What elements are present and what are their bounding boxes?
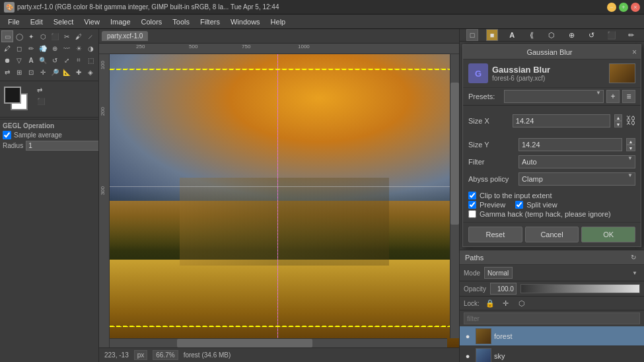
scrollbar-v[interactable] <box>450 54 459 338</box>
rtool-btn-2[interactable]: ■ <box>486 29 498 41</box>
tool-fuzzy-select[interactable]: ⬡ <box>37 30 49 42</box>
tool-rect-select[interactable]: ▭ <box>1 30 13 42</box>
zoom-display[interactable]: 66.7% <box>153 350 178 360</box>
menu-image[interactable]: Image <box>105 17 136 27</box>
tool-rotate[interactable]: ↺ <box>49 54 61 66</box>
radius-input[interactable] <box>26 141 99 151</box>
reset-colors-btn[interactable]: ⬛ <box>37 98 45 105</box>
canvas-image-area[interactable] <box>110 54 459 347</box>
blur-cancel-button[interactable]: Cancel <box>525 227 579 242</box>
canvas-tab-party[interactable]: party.xcf-1.0 <box>102 31 148 41</box>
layer-item-forest[interactable]: ● forest <box>460 326 644 346</box>
blur-reset-button[interactable]: Reset <box>468 227 522 242</box>
sizex-up[interactable]: ▲ <box>614 114 622 121</box>
blur-abyss-select[interactable]: Clamp <box>519 172 635 186</box>
tool-foreground[interactable]: 🖌 <box>73 30 85 42</box>
lock-alpha-btn[interactable]: ⬡ <box>517 298 527 308</box>
rtool-btn-4[interactable]: ⟪ <box>526 29 538 41</box>
menu-filters[interactable]: Filters <box>195 17 225 27</box>
tool-align[interactable]: ⊞ <box>13 66 25 78</box>
tool-move[interactable]: ✛ <box>37 66 49 78</box>
tool-burn[interactable]: ◑ <box>85 42 96 54</box>
layer-eye-forest[interactable]: ● <box>462 331 473 342</box>
rtool-btn-text[interactable]: A <box>506 29 518 41</box>
tool-crop[interactable]: ⊡ <box>25 66 37 78</box>
blur-sizey-spin[interactable]: ▲ ▼ <box>626 138 635 151</box>
sizex-down[interactable]: ▼ <box>614 121 622 127</box>
menu-windows[interactable]: Windows <box>225 17 266 27</box>
blur-gamma-checkbox[interactable] <box>468 210 476 218</box>
tool-scissors[interactable]: ✂ <box>61 30 73 42</box>
rtool-btn-1[interactable]: □ <box>466 29 478 41</box>
tool-zoom-tb[interactable]: 🔎 <box>49 66 61 78</box>
tool-text[interactable]: A <box>25 54 37 66</box>
tool-eraser[interactable]: ◻ <box>13 42 25 54</box>
tool-measure[interactable]: 📐 <box>61 66 73 78</box>
rtool-btn-9[interactable]: ✏ <box>626 29 637 41</box>
tool-clone[interactable]: ⊕ <box>49 42 61 54</box>
sample-avg-checkbox[interactable] <box>3 131 11 139</box>
tool-free-select[interactable]: ✦ <box>25 30 37 42</box>
paths-refresh-btn[interactable]: ↻ <box>628 252 639 263</box>
minimize-button[interactable]: − <box>607 3 616 12</box>
menu-colors[interactable]: Colors <box>136 17 168 27</box>
tool-shear[interactable]: ⌗ <box>73 54 85 66</box>
tool-flip[interactable]: ⇄ <box>1 66 13 78</box>
maximize-button[interactable]: + <box>619 3 628 12</box>
tool-dodge[interactable]: ☀ <box>73 42 85 54</box>
mode-select[interactable]: Normal <box>484 267 513 279</box>
opacity-input[interactable] <box>490 283 517 295</box>
blur-clip-checkbox[interactable] <box>468 192 476 199</box>
rtool-btn-5[interactable]: ⬡ <box>546 29 557 41</box>
rtool-btn-6[interactable]: ⊕ <box>566 29 578 41</box>
menu-file[interactable]: File <box>3 17 25 27</box>
horizontal-ruler: 250 500 750 1000 <box>99 44 459 54</box>
tool-airbrush[interactable]: 💨 <box>37 42 49 54</box>
tool-paintbrush[interactable]: 🖍 <box>1 42 13 54</box>
unit-display[interactable]: px <box>134 350 148 360</box>
blur-preview-checkbox[interactable] <box>468 201 476 209</box>
lock-position-btn[interactable]: ✛ <box>501 298 511 308</box>
layer-eye-sky[interactable]: ● <box>462 351 473 361</box>
tool-bucket[interactable]: ⏺ <box>1 54 13 66</box>
menu-edit[interactable]: Edit <box>25 17 48 27</box>
rtool-btn-7[interactable]: ↺ <box>586 29 598 41</box>
scrollbar-h[interactable] <box>110 338 447 347</box>
tool-perspective[interactable]: ⬚ <box>85 54 96 66</box>
layers-filter-input[interactable] <box>464 312 640 324</box>
tool-pencil[interactable]: ✏ <box>25 42 37 54</box>
blur-presets-select[interactable] <box>504 90 604 103</box>
menu-view[interactable]: View <box>79 17 105 27</box>
blur-sizex-spin[interactable]: ▲ ▼ <box>614 114 622 127</box>
blur-sizex-input[interactable] <box>513 114 610 127</box>
sizey-up[interactable]: ▲ <box>626 138 635 145</box>
blur-split-checkbox[interactable] <box>515 201 523 209</box>
lock-pixels-btn[interactable]: 🔒 <box>485 298 495 308</box>
tool-ellipse-select[interactable]: ◯ <box>13 30 25 42</box>
rtool-btn-8[interactable]: ⬛ <box>606 29 618 41</box>
swap-colors-btn[interactable]: ⇄ <box>37 87 45 94</box>
menu-help[interactable]: Help <box>266 17 291 27</box>
opacity-slider[interactable] <box>520 284 640 293</box>
menu-tools[interactable]: Tools <box>167 17 195 27</box>
blur-presets-add[interactable]: + <box>606 90 620 103</box>
tool-paths[interactable]: ⟋ <box>85 30 96 42</box>
tool-blend[interactable]: ▽ <box>13 54 25 66</box>
close-button[interactable]: × <box>631 3 640 12</box>
menu-select[interactable]: Select <box>48 17 79 27</box>
foreground-color-swatch[interactable] <box>4 87 21 104</box>
tool-heal[interactable]: ✚ <box>73 66 85 78</box>
blur-filter-select[interactable]: Auto <box>519 155 635 168</box>
tool-scale[interactable]: ⤢ <box>61 54 73 66</box>
sizey-down[interactable]: ▼ <box>626 145 635 151</box>
tool-color-pick[interactable]: 🔍 <box>37 54 49 66</box>
tool-spare[interactable]: ◈ <box>85 66 96 78</box>
tool-smudge[interactable]: 〰 <box>61 42 73 54</box>
blur-dialog-close[interactable]: × <box>632 48 637 57</box>
tool-by-color[interactable]: ⬛ <box>49 30 61 42</box>
layer-item-sky[interactable]: ● sky <box>460 346 644 362</box>
blur-filter-row: Filter Auto ▼ <box>463 153 641 170</box>
blur-presets-menu[interactable]: ≡ <box>622 90 635 103</box>
blur-sizey-input[interactable] <box>519 138 622 151</box>
blur-ok-button[interactable]: OK <box>581 227 635 242</box>
